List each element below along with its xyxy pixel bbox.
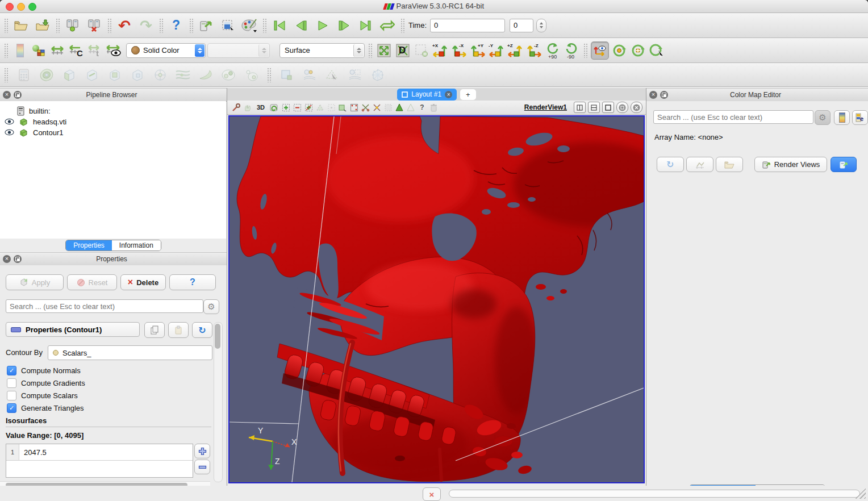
representation-select[interactable]: Surface <box>279 43 365 58</box>
checkbox-row[interactable]: ✓ Compute Scalars <box>7 390 78 400</box>
select-points-on-button[interactable] <box>291 102 303 113</box>
checkbox-row[interactable]: ✓ Compute Gradients <box>7 378 85 388</box>
pipeline-item-builtin[interactable]: builtin: <box>0 106 226 116</box>
rotate-90-ccw-button[interactable]: -90 <box>563 42 580 59</box>
cme-rescale-button[interactable] <box>686 157 713 172</box>
warp-filter-button[interactable] <box>197 66 214 84</box>
interactive-select-cells-button[interactable] <box>348 102 360 113</box>
set-center-rotation-button[interactable] <box>611 42 628 59</box>
float-panel-button[interactable] <box>14 91 22 99</box>
last-frame-button[interactable] <box>356 15 376 36</box>
pick-center-rotation-button[interactable] <box>648 42 665 59</box>
open-file-button[interactable] <box>11 15 31 36</box>
paste-properties-button[interactable] <box>168 322 189 338</box>
auto-update-button[interactable] <box>831 157 857 172</box>
rotate-90-cw-button[interactable]: +90 <box>544 42 561 59</box>
frame-stepper[interactable] <box>536 19 546 32</box>
selection-tool-button[interactable] <box>301 66 318 84</box>
undock-view-button[interactable] <box>616 102 628 113</box>
group-datasets-button[interactable] <box>220 66 237 84</box>
zoom-closest-button[interactable]: D <box>394 42 411 59</box>
interactive-select-points-button[interactable] <box>360 102 371 113</box>
save-data-button[interactable] <box>32 15 53 36</box>
toolbar-drag-handle[interactable] <box>4 18 8 33</box>
copy-properties-button[interactable] <box>144 322 165 338</box>
properties-scrollbar[interactable] <box>214 322 223 482</box>
visibility-eye-icon[interactable] <box>5 118 14 125</box>
hover-cells-button[interactable] <box>382 102 394 113</box>
select-cells-through-button[interactable] <box>303 102 314 113</box>
clear-selection-button[interactable] <box>428 102 439 113</box>
next-frame-button[interactable] <box>334 15 354 36</box>
selection-tool-button[interactable] <box>324 66 341 84</box>
cme-refresh-button[interactable]: ↻ <box>657 157 684 172</box>
cme-load-preset-button[interactable] <box>716 157 743 172</box>
zoom-to-box-button[interactable] <box>413 42 430 59</box>
view-plus-z-button[interactable]: +Z <box>507 42 524 59</box>
split-vertical-button[interactable] <box>588 102 600 113</box>
table-row-empty[interactable] <box>6 461 193 477</box>
pipeline-item-headsq[interactable]: headsq.vti <box>0 116 226 127</box>
show-orientation-axes-button[interactable] <box>591 41 609 60</box>
properties-search-input[interactable] <box>6 299 203 313</box>
view-plus-y-button[interactable]: +Y <box>469 42 486 59</box>
help-button[interactable]: ? <box>166 15 186 36</box>
checkbox-icon[interactable]: ✓ <box>7 378 16 388</box>
glyph-filter-button[interactable] <box>152 66 169 84</box>
toolbar-drag-handle[interactable] <box>4 68 8 82</box>
rescale-visible-button[interactable] <box>105 42 122 59</box>
checkbox-row[interactable]: ✓ Compute Normals <box>7 365 81 375</box>
restore-defaults-button[interactable]: ↻ <box>192 322 212 338</box>
hover-points-button[interactable] <box>371 102 382 113</box>
edit-color-legend-button[interactable]: e <box>852 110 868 125</box>
toolbar-drag-handle[interactable] <box>4 43 8 58</box>
contour-filter-button[interactable] <box>38 66 55 84</box>
checkbox-icon[interactable]: ✓ <box>7 366 16 375</box>
maximize-view-button[interactable] <box>602 102 614 113</box>
rescale-to-data-range-button[interactable] <box>49 42 66 59</box>
properties-help-button[interactable]: ? <box>169 274 216 290</box>
render-views-button[interactable]: Render Views <box>754 157 827 172</box>
view-plus-x-button[interactable]: +X <box>432 42 449 59</box>
undo-button[interactable]: ↶ <box>114 15 135 36</box>
float-panel-button[interactable] <box>660 91 668 99</box>
close-view-button[interactable] <box>631 102 642 113</box>
first-frame-button[interactable] <box>269 15 290 36</box>
reset-camera-button[interactable] <box>375 42 393 59</box>
table-row[interactable]: 1 2047.5 <box>6 444 193 461</box>
contour-by-select[interactable]: Scalars_ <box>48 345 212 360</box>
delete-button[interactable]: × Delete <box>120 274 166 290</box>
select-polygon-cells-button[interactable] <box>314 102 326 113</box>
render-viewport[interactable]: Y X Z <box>228 115 645 483</box>
close-layout-icon[interactable]: × <box>445 91 452 98</box>
cancel-button[interactable]: × <box>423 487 441 501</box>
pipeline-item-contour1[interactable]: Contour1 <box>0 127 226 137</box>
previous-frame-button[interactable] <box>291 15 311 36</box>
remove-value-button[interactable] <box>194 460 210 474</box>
redo-button[interactable]: ↷ <box>136 15 156 36</box>
view-minus-z-button[interactable]: -Z <box>525 42 542 59</box>
loop-button[interactable] <box>377 15 398 36</box>
color-by-select[interactable]: Solid Color <box>126 43 206 58</box>
toggle-2d-3d-button[interactable]: 3D <box>253 102 269 113</box>
reset-button[interactable]: Reset <box>67 274 117 290</box>
float-panel-button[interactable] <box>14 255 22 263</box>
show-color-legend-button[interactable] <box>834 110 850 125</box>
rescale-to-custom-range-button[interactable]: C <box>68 42 85 59</box>
camera-undo-button[interactable] <box>269 102 280 113</box>
screenshot-button[interactable] <box>218 15 238 36</box>
split-horizontal-button[interactable] <box>574 102 586 113</box>
interaction-mode-button[interactable] <box>241 102 253 113</box>
checkbox-row[interactable]: ✓ Generate Triangles <box>7 403 84 413</box>
checkbox-icon[interactable]: ✓ <box>7 403 16 413</box>
new-layout-tab[interactable]: + <box>460 89 476 100</box>
slice-filter-button[interactable] <box>84 66 101 84</box>
play-button[interactable] <box>312 15 333 36</box>
select-polygon-points-button[interactable] <box>326 102 337 113</box>
visibility-eye-icon[interactable] <box>5 129 14 136</box>
toggle-color-legend-button[interactable] <box>11 42 28 59</box>
time-value-input[interactable] <box>430 19 505 32</box>
scrollbar-thumb[interactable] <box>215 324 220 349</box>
select-block-button[interactable] <box>337 102 348 113</box>
properties-section-header[interactable]: Properties (Contour1) <box>6 322 140 337</box>
